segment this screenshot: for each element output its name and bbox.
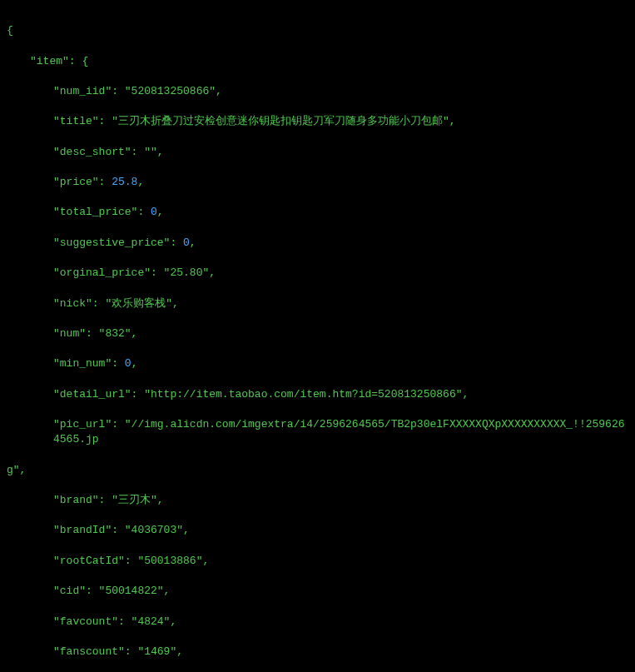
min_num-value: 0 [125, 357, 131, 370]
min_num-tail: , [131, 357, 138, 370]
field-rootCatId: "rootCatId": "50013886", [7, 554, 628, 569]
min_num-key: "min_num": [53, 357, 125, 370]
json-code-block: { "item": { "num_iid": "520813250866", "… [7, 8, 628, 672]
field-title: "title": "三刃木折叠刀过安检创意迷你钥匙扣钥匙刀军刀随身多功能小刀包邮… [7, 114, 628, 129]
field-fanscount: "fanscount": "1469", [7, 645, 628, 660]
field-favcount: "favcount": "4824", [7, 615, 628, 630]
field-pic_url-b: g", [7, 463, 628, 478]
price-value: 25.8 [112, 176, 137, 188]
field-brand: "brand": "三刃木", [7, 493, 628, 508]
suggestive_price-tail: , [190, 236, 196, 249]
field-num_iid: "num_iid": "520813250866", [7, 84, 628, 99]
item-key: "item": { [7, 54, 628, 69]
price-tail: , [137, 176, 144, 188]
field-detail_url: "detail_url": "http://item.taobao.com/it… [7, 387, 628, 402]
field-pic_url-a: "pic_url": "//img.alicdn.com/imgextra/i4… [7, 417, 628, 447]
field-min_num: "min_num": 0, [7, 356, 628, 371]
suggestive_price-value: 0 [183, 236, 190, 249]
field-nick: "nick": "欢乐购客栈", [7, 296, 628, 311]
total_price-value: 0 [151, 206, 157, 218]
price-key: "price": [53, 176, 112, 188]
field-orginal_price: "orginal_price": "25.80", [7, 266, 628, 281]
total_price-key: "total_price": [53, 206, 151, 218]
field-suggestive_price: "suggestive_price": 0, [7, 236, 628, 251]
field-cid: "cid": "50014822", [7, 584, 628, 599]
field-total_price: "total_price": 0, [7, 205, 628, 220]
field-num: "num": "832", [7, 326, 628, 341]
open-brace: { [7, 23, 628, 38]
field-brandId: "brandId": "4036703", [7, 523, 628, 538]
total_price-tail: , [157, 206, 164, 218]
field-price: "price": 25.8, [7, 175, 628, 190]
suggestive_price-key: "suggestive_price": [53, 236, 183, 249]
field-desc_short: "desc_short": "", [7, 145, 628, 160]
